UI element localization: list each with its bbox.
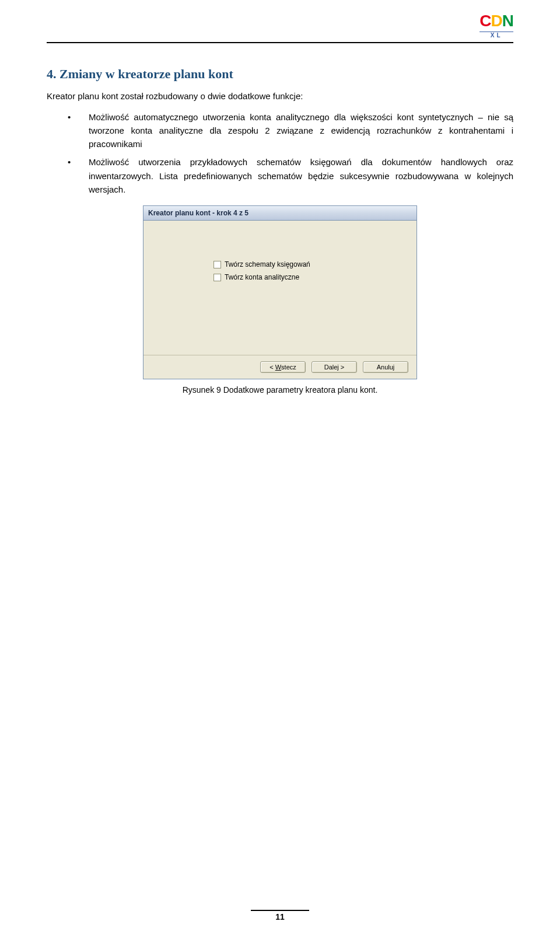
cancel-button[interactable]: Anuluj	[363, 361, 408, 373]
header-row: CDN XL	[47, 12, 513, 42]
back-button-underline: W	[275, 364, 281, 371]
page-number-bar	[251, 910, 309, 911]
section-heading: 4. Zmiany w kreatorze planu kont	[47, 67, 513, 82]
list-item: Możliwość utworzenia przykładowych schem…	[68, 155, 513, 196]
bullet-list: Możliwość automatycznego utworzenia kont…	[47, 110, 513, 197]
wizard-titlebar: Kreator planu kont - krok 4 z 5	[144, 206, 416, 221]
next-button[interactable]: Dalej >	[312, 361, 357, 373]
logo: CDN XL	[480, 12, 513, 39]
figure: Kreator planu kont - krok 4 z 5 Twórz sc…	[47, 205, 513, 395]
page-number: 11	[0, 910, 560, 921]
wizard-button-row: < Wstecz Dalej > Anuluj	[144, 355, 416, 379]
page-number-value: 11	[275, 912, 285, 921]
checkbox-icon[interactable]	[214, 261, 221, 268]
list-item: Możliwość automatycznego utworzenia kont…	[68, 110, 513, 151]
logo-xl: XL	[480, 32, 513, 39]
logo-letter-n: N	[502, 12, 513, 30]
figure-caption: Rysunek 9 Dodatkowe parametry kreatora p…	[183, 385, 378, 395]
back-button-pre: <	[270, 364, 275, 371]
document-page: CDN XL 4. Zmiany w kreatorze planu kont …	[0, 0, 560, 435]
intro-paragraph: Kreator planu kont został rozbudowany o …	[47, 90, 513, 103]
wizard-body: Twórz schematy księgowań Twórz konta ana…	[144, 221, 416, 355]
checkbox-label: Twórz schematy księgowań	[225, 260, 310, 268]
wizard-dialog: Kreator planu kont - krok 4 z 5 Twórz sc…	[143, 205, 417, 379]
back-button[interactable]: < Wstecz	[260, 361, 306, 373]
logo-letter-d: D	[491, 12, 502, 30]
header-divider	[47, 42, 513, 43]
logo-text: CDN	[480, 12, 513, 30]
back-button-post: stecz	[281, 364, 296, 371]
list-item-text: Możliwość utworzenia przykładowych schem…	[89, 157, 513, 194]
list-item-text: Możliwość automatycznego utworzenia kont…	[89, 112, 513, 149]
checkbox-row-analityczne[interactable]: Twórz konta analityczne	[214, 273, 405, 281]
checkbox-icon[interactable]	[214, 274, 221, 281]
checkbox-label: Twórz konta analityczne	[225, 273, 299, 281]
checkbox-row-schematy[interactable]: Twórz schematy księgowań	[214, 260, 405, 268]
logo-letter-c: C	[480, 12, 491, 30]
